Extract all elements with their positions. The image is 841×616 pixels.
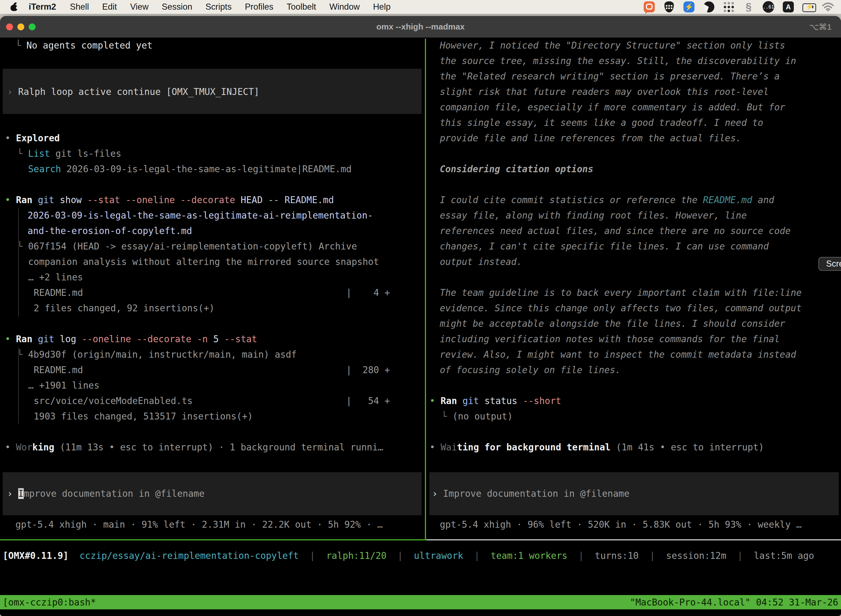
- waiting-status-line: • Waiting for background terminal (1m 41…: [429, 440, 764, 455]
- agents-status-line: └ No agents completed yet: [15, 38, 152, 53]
- terminal-line: └ (no output): [441, 409, 513, 424]
- menu-item-scripts[interactable]: Scripts: [199, 2, 238, 12]
- menu-bar-status-icons: ⚡ § ..61 A ⚡: [643, 1, 841, 13]
- battery-percent-icon[interactable]: ..61: [763, 1, 774, 13]
- apple-menu-icon[interactable]: [10, 3, 18, 11]
- screenshot-chat-icon[interactable]: [643, 1, 655, 13]
- menu-item-toolbelt[interactable]: Toolbelt: [280, 2, 323, 12]
- ralph-loop-banner: › Ralph loop active continue [OMX_TMUX_I…: [7, 84, 259, 100]
- menu-item-view[interactable]: View: [124, 2, 155, 12]
- input-source-icon[interactable]: A: [782, 1, 794, 13]
- menu-item-edit[interactable]: Edit: [95, 2, 123, 12]
- menu-app-name[interactable]: iTerm2: [22, 2, 63, 12]
- terminal-line: I could cite commit statistics or refere…: [440, 192, 774, 208]
- terminal-line: companion file, especially if more comme…: [440, 100, 785, 115]
- terminal-line: output instead.: [440, 254, 522, 270]
- omx-status-line: [OMX#0.11.9] cczip/essay/ai-reimplementa…: [3, 548, 814, 563]
- working-status-line: • Working (11m 13s • esc to interrupt) ·…: [5, 440, 383, 455]
- model-status-line: gpt-5.4 xhigh · main · 91% left · 2.31M …: [15, 517, 383, 532]
- menu-item-shell[interactable]: Shell: [63, 2, 95, 12]
- prompt-input-line: › Improve documentation in @filename: [7, 486, 204, 502]
- tmux-session-window[interactable]: [omx-cczip0:bash*: [3, 597, 96, 608]
- ran-git-status-command: • Ran git status --short: [429, 393, 561, 409]
- commit-line: └ 067f154 (HEAD -> essay/ai-reimplementa…: [17, 239, 357, 254]
- tmux-status-bar: [omx-cczip0:bash* "MacBook-Pro-44.local"…: [0, 595, 841, 609]
- terminal-line: essay file, along with finding root file…: [440, 208, 747, 223]
- terminal-line: of focusing solely on file lines.: [440, 362, 621, 378]
- terminal-line: and-the-erosion-of-copyleft.md: [28, 223, 192, 239]
- battery-icon[interactable]: ⚡: [802, 1, 814, 13]
- model-status-line: gpt-5.4 xhigh · 96% left · 520K in · 5.8…: [440, 517, 801, 532]
- terminal-line: src/voice/voiceModeEnabled.ts | 54 +: [34, 393, 390, 409]
- terminal-line: README.md | 4 +: [34, 285, 390, 301]
- terminal-line: The team guideline is to back every impo…: [440, 285, 801, 301]
- iterm2-window: omx --xhigh --madmax ⌥⌘1 └ No agents com…: [0, 16, 841, 616]
- thinking-heading: Considering citation options: [440, 161, 593, 177]
- terminal-line: including verification notes with those …: [440, 331, 780, 347]
- terminal-line: … +1901 lines: [28, 378, 99, 393]
- terminal-line: the source tree, missing the essay. Stil…: [440, 53, 796, 69]
- window-shortcut-hint: ⌥⌘1: [809, 22, 832, 32]
- terminal-line: evidence. Since this change only affects…: [440, 301, 801, 316]
- terminal-line: review. Also, I might want to inspect th…: [440, 347, 796, 362]
- tmux-host-clock: "MacBook-Pro-44.local" 04:52 31-Mar-26: [630, 597, 838, 608]
- pane-divider[interactable]: [425, 39, 426, 539]
- ran-git-show-command: • Ran git show --stat --oneline --decora…: [5, 192, 334, 208]
- wifi-icon[interactable]: [822, 1, 834, 13]
- terminal-line: the "Related research writing" section i…: [440, 69, 780, 84]
- terminal-line: README.md | 280 +: [34, 362, 390, 378]
- terminal-line: this single essay, it seems like a good …: [440, 115, 763, 131]
- terminal-line: references need actual files, and since …: [440, 223, 791, 239]
- hex-bolt-icon[interactable]: ⚡: [683, 1, 695, 13]
- terminal-line: might be acceptable alongside the file l…: [440, 316, 785, 331]
- pie-chart-icon[interactable]: [703, 1, 715, 13]
- terminal-line: slight risk that future readers may over…: [440, 84, 769, 100]
- explored-search-item: Search 2026-03-09-is-legal-the-same-as-l…: [28, 161, 352, 177]
- dots-grid-icon[interactable]: [723, 1, 734, 13]
- explored-header: • Explored: [5, 131, 60, 146]
- screen-tooltip: Scre: [818, 257, 841, 271]
- window-title: omx --xhigh --madmax: [0, 22, 841, 31]
- ran-git-log-command: • Ran git log --oneline --decorate -n 5 …: [5, 331, 257, 347]
- terminal-content: └ No agents completed yet› Ralph loop ac…: [0, 38, 841, 616]
- terminal-line: 2026-03-09-is-legal-the-same-as-legitima…: [28, 208, 373, 223]
- terminal-line: changes, I can't cite specific file line…: [440, 239, 769, 254]
- terminal-line: provide file and line references from th…: [440, 131, 741, 146]
- explored-list-item: └ List git ls-files: [17, 146, 122, 161]
- tree-guide: [18, 208, 19, 317]
- window-titlebar[interactable]: omx --xhigh --madmax ⌥⌘1: [0, 16, 841, 38]
- menu-item-window[interactable]: Window: [323, 2, 366, 12]
- menu-bar-left: iTerm2 Shell Edit View Session Scripts P…: [0, 2, 397, 12]
- menu-item-help[interactable]: Help: [366, 2, 397, 12]
- menu-bar: iTerm2 Shell Edit View Session Scripts P…: [0, 0, 841, 14]
- terminal-line: companion analysis without altering the …: [28, 254, 379, 270]
- commit-line: └ 4b9d30f (origin/main, instructkr/main,…: [17, 347, 297, 362]
- prompt-input-line: › Improve documentation in @filename: [432, 486, 629, 502]
- right-pane-bottom-border: [426, 539, 841, 540]
- left-pane-bottom-border: [0, 539, 426, 540]
- terminal-line: … +2 lines: [28, 270, 83, 285]
- menu-item-profiles[interactable]: Profiles: [238, 2, 280, 12]
- menu-item-session[interactable]: Session: [155, 2, 199, 12]
- shield-icon[interactable]: [663, 1, 675, 13]
- terminal-line: 2 files changed, 92 insertions(+): [34, 301, 215, 316]
- thinking-paragraph: However, I noticed the "Directory Struct…: [440, 38, 785, 53]
- desktop: { "menu_bar": { "app_name": "iTerm2", "i…: [0, 0, 841, 616]
- terminal-line: 1903 files changed, 513517 insertions(+): [34, 409, 253, 424]
- accessibility-icon[interactable]: §: [743, 1, 755, 13]
